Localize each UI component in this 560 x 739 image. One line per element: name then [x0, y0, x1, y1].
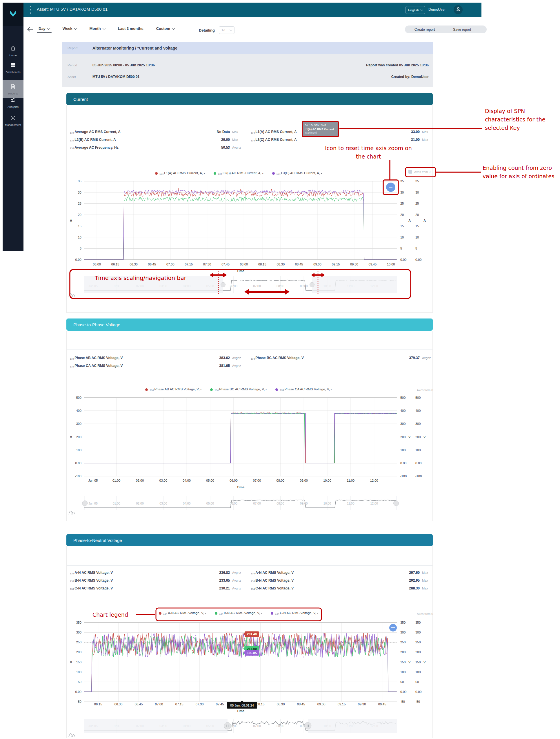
legend-dot-icon	[271, 612, 273, 615]
stat-key-label[interactable]: 134Phase CA AC RMS Voltage, V	[70, 364, 123, 368]
tab-week[interactable]: Week	[62, 26, 77, 33]
asset-label: Asset	[67, 75, 76, 79]
legend-label: 134B-N AC RMS Voltage, V, -	[219, 611, 262, 615]
stat-value: 292.95	[382, 578, 420, 583]
legend-item[interactable]: 134A-N AC RMS Voltage, V, -	[159, 611, 206, 615]
sa-prefix: 134	[251, 588, 255, 591]
legend-label: 134C-N AC RMS Voltage, V, -	[275, 611, 318, 615]
stat-value: 50.53	[191, 145, 230, 150]
axes-from-zero-label[interactable]: Axes from 0	[417, 388, 433, 392]
sidebar-item-label: Dashboards	[3, 70, 23, 73]
tab-label: Week	[62, 26, 73, 31]
home-icon	[10, 45, 16, 51]
stat-agg-label: Max	[422, 571, 428, 574]
stat-key-label[interactable]: 134C-N AC RMS Voltage, V	[70, 586, 113, 591]
app-logo[interactable]	[3, 3, 23, 26]
time-navigator[interactable]	[84, 496, 397, 510]
chevron-down-icon	[420, 8, 423, 11]
legend-item[interactable]: 134L3(C) AC RMS Current, A, -	[272, 171, 322, 175]
tab-day[interactable]: Day	[38, 26, 50, 33]
sidebar-item-management[interactable]: Management	[3, 115, 23, 131]
stat-value: 31.00	[382, 138, 420, 142]
stat-key-label[interactable]: 134A-N AC RMS Voltage, V	[251, 571, 294, 575]
stat-key-label[interactable]: 134Average AC Frequency, Hz	[70, 145, 119, 150]
stat-value: 233.65	[191, 578, 230, 583]
stat-key-label[interactable]: 134B-N AC RMS Voltage, V	[70, 578, 113, 583]
stat-key-text: A-N AC RMS Voltage, V	[255, 571, 294, 575]
legend-dot-icon	[275, 388, 278, 391]
stat-key-label[interactable]: 134L3(C) AC RMS Current, A	[251, 138, 297, 142]
stat-key-text: C-N AC RMS Voltage, V	[75, 586, 113, 590]
stat-key-label[interactable]: 134Average AC RMS Current, A	[70, 130, 121, 134]
report-meta-rows: Period 05 Jun 2025 00:00 - 05 Jun 2025 1…	[62, 54, 433, 87]
axes-from-zero-checkbox[interactable]	[408, 170, 412, 174]
sa-prefix: 134	[70, 580, 74, 583]
stat-key-label[interactable]: 134C-N AC RMS Voltage, V	[251, 586, 294, 591]
user-name: DemoUser	[428, 8, 446, 12]
section-title: Current	[73, 97, 88, 102]
save-report-button[interactable]: Save report	[437, 25, 487, 33]
stat-key-label[interactable]: 134L1(A) AC RMS Current, A	[251, 130, 297, 134]
sa-prefix: 134	[70, 588, 74, 591]
section-title: Phase-to-Neutral Voltage	[73, 538, 122, 543]
legend-item[interactable]: 134Phase BC AC RMS Voltage, V, -	[210, 388, 267, 392]
stat-agg-label: Max	[422, 579, 428, 582]
sidebar-item-dashboards[interactable]: Dashboards	[3, 62, 23, 78]
wave-icon[interactable]	[68, 291, 78, 299]
legend-item[interactable]: 134Phase CA AC RMS Voltage, V, -	[275, 388, 331, 392]
sidebar: HomeDashboardsReportsAnalyticsManagement	[3, 26, 23, 251]
wave-icon[interactable]	[68, 508, 78, 517]
asset-value: MTU 5V / DATAKOM D500 01	[93, 75, 139, 79]
stat-agg-label: Avgnz	[232, 571, 241, 574]
reports-icon	[10, 84, 16, 90]
stat-key-text: Average AC Frequency, Hz	[75, 145, 119, 150]
tab-custom[interactable]: Custom	[156, 26, 174, 33]
report-label: Report	[67, 46, 78, 50]
reset-zoom-button[interactable]	[389, 624, 397, 631]
stat-key-label[interactable]: 134Phase BC AC RMS Voltage, V	[251, 356, 304, 360]
reset-zoom-button[interactable]	[386, 182, 395, 192]
logo-chevron-icon	[8, 8, 18, 20]
legend-item[interactable]: 134L2(B) AC RMS Current, A, -	[214, 171, 264, 175]
axes-from-zero-label: Axes from 0	[414, 170, 430, 174]
sidebar-item-analytics[interactable]: Analytics	[3, 97, 23, 113]
dashboards-icon	[10, 62, 16, 68]
sidebar-item-home[interactable]: Home	[3, 45, 23, 61]
avatar[interactable]	[454, 5, 463, 14]
stat-key-label[interactable]: 134L2(B) AC RMS Current, A	[70, 138, 116, 142]
period-label: Period	[67, 63, 77, 67]
stat-key-label[interactable]: 134A-N AC RMS Voltage, V	[70, 571, 113, 575]
stat-key-text: L2(B) AC RMS Current, A	[75, 138, 116, 142]
tab-month[interactable]: Month	[90, 26, 105, 33]
kebab-menu-icon[interactable]	[30, 6, 32, 14]
chevron-down-icon	[74, 26, 77, 29]
detailing-select[interactable]: 1d	[219, 26, 235, 34]
stat-key-label[interactable]: 134Phase AB AC RMS Voltage, V	[70, 356, 123, 360]
sa-prefix: 134	[251, 572, 255, 575]
section-header-phase-to-neutral: Phase-to-Neutral Voltage	[66, 534, 433, 546]
divider	[67, 122, 432, 122]
legend-item[interactable]: 134B-N AC RMS Voltage, V, -	[215, 611, 262, 615]
legend-item[interactable]: 134L1(A) AC RMS Current, A, -	[155, 171, 205, 175]
stat-value: 29.00	[191, 138, 230, 142]
detailing-label: Detailing	[199, 28, 215, 32]
sa-prefix: 134	[70, 139, 74, 142]
sidebar-item-reports[interactable]: Reports	[3, 80, 23, 98]
section-title: Phase-to-Phase Voltage	[73, 322, 120, 327]
axes-from-zero-label[interactable]: Axes from 0	[417, 612, 433, 615]
stat-agg-label: Max	[422, 587, 428, 590]
spn-tooltip-line2: L1(A) AC RMS Current	[305, 127, 336, 131]
legend-item[interactable]: 134Phase AB AC RMS Voltage, V, -	[145, 388, 201, 392]
back-button[interactable]	[26, 26, 34, 34]
management-icon	[10, 115, 16, 121]
legend-item[interactable]: 134C-N AC RMS Voltage, V, -	[271, 611, 318, 615]
annotation-axes-zero: Enabling count from zero value for axis …	[482, 164, 555, 180]
chevron-down-icon	[102, 26, 106, 29]
tab-last-3-months[interactable]: Last 3 months	[118, 26, 143, 33]
sa-prefix: 134	[251, 131, 255, 134]
stat-key-label[interactable]: 134B-N AC RMS Voltage, V	[251, 578, 294, 583]
stat-key-text: Phase AB AC RMS Voltage, V	[75, 356, 123, 360]
time-navigator[interactable]	[84, 719, 397, 733]
wave-icon[interactable]	[68, 731, 78, 739]
language-select[interactable]: English	[406, 6, 425, 14]
